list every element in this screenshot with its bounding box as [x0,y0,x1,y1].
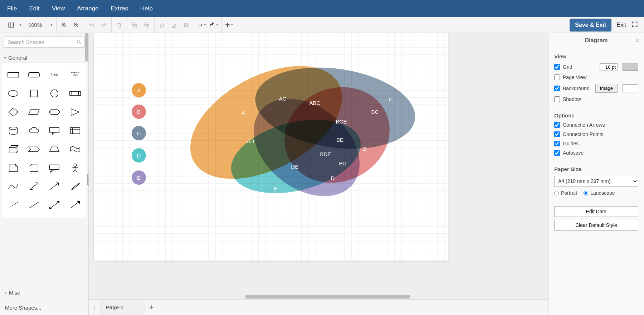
svg-marker-30 [49,110,60,114]
line-color-icon[interactable] [170,20,179,30]
autosave-checkbox[interactable] [554,150,560,156]
fill-icon[interactable] [157,20,167,30]
menu-view[interactable]: View [52,5,65,12]
to-back-icon[interactable] [142,20,151,30]
more-shapes-button[interactable]: More Shapes... [0,300,88,315]
shape-internal-storage[interactable] [65,121,86,140]
menu-arrange[interactable]: Arrange [77,5,98,12]
shape-curve[interactable] [3,177,24,196]
shape-dashed-line[interactable] [3,196,24,214]
shape-heading[interactable]: Heading━━━━━━━━━━━━━━━━━━ [65,66,86,84]
shape-card[interactable] [24,159,44,177]
shape-rect[interactable] [3,66,24,84]
shape-circle[interactable] [44,84,65,103]
connector-straight-icon[interactable]: ▼ [197,20,206,30]
legend-b[interactable]: B [132,105,146,119]
menu-help[interactable]: Help [140,5,153,12]
search-shapes-input[interactable] [4,37,85,48]
svg-marker-43 [30,164,38,172]
save-exit-button[interactable]: Save & Exit [570,19,611,32]
background-label: Background [563,86,590,91]
shape-bidir-arrow[interactable] [24,177,44,196]
shape-text[interactable]: Text [44,66,65,84]
redo-icon[interactable] [99,20,108,30]
shadow-icon[interactable] [182,20,191,30]
section-paper-title: Paper Size [554,166,638,172]
add-page-button[interactable]: + [145,300,157,315]
shape-rounded-rect[interactable] [24,66,44,84]
grid-checkbox[interactable] [554,64,560,70]
background-color-swatch[interactable] [623,84,638,92]
shape-bidir-line[interactable] [44,196,65,214]
connector-waypoint-icon[interactable]: ▼ [209,20,219,30]
shape-actor[interactable] [65,159,86,177]
shape-parallelogram[interactable] [24,103,44,121]
add-icon[interactable]: +▼ [225,20,234,30]
menu-extras[interactable]: Extras [111,5,128,12]
grid-label: Grid [563,64,572,70]
shape-tape[interactable] [65,140,86,159]
close-panel-icon[interactable]: ✕ [635,37,640,44]
shape-diamond[interactable] [3,103,24,121]
to-front-icon[interactable] [130,20,139,30]
background-checkbox[interactable] [554,86,560,91]
shape-cylinder[interactable] [3,121,24,140]
shape-cloud[interactable] [24,121,44,140]
zoom-level[interactable]: 100%▼ [28,22,53,28]
chevron-down-icon[interactable]: ▼ [19,23,22,27]
menu-edit[interactable]: Edit [29,5,39,12]
exit-button[interactable]: Exit [615,20,628,30]
panels-toggle-icon[interactable] [6,20,16,30]
horizontal-scrollbar[interactable] [89,294,548,299]
conn-arrows-checkbox[interactable] [554,122,560,128]
legend-d[interactable]: D [132,148,146,163]
canvas-page[interactable]: A B C D E A AC ABC C BC BCE AD BE [94,33,448,261]
shape-cube[interactable] [3,140,24,159]
conn-points-checkbox[interactable] [554,131,560,137]
pageview-checkbox[interactable] [554,74,560,80]
background-image-button[interactable]: Image [595,84,618,93]
shape-triangle[interactable] [65,103,86,121]
venn-label: BCE [336,118,347,125]
portrait-radio[interactable] [554,191,559,195]
paper-size-select[interactable]: A4 (210 mm x 297 mm) [554,176,638,186]
fullscreen-icon[interactable] [631,21,638,29]
shape-line[interactable] [24,196,44,214]
svg-rect-0 [9,23,14,27]
venn-label: BD [339,160,347,166]
undo-icon[interactable] [87,20,96,30]
shape-hexagon[interactable] [44,103,65,121]
tab-page1[interactable]: Page-1 [101,300,145,315]
edit-data-button[interactable]: Edit Data [554,206,638,217]
shape-step[interactable] [24,140,44,159]
shape-directional-line[interactable] [65,196,86,214]
legend-a[interactable]: A [132,83,146,97]
section-misc[interactable]: Misc [0,285,88,300]
shape-ellipse[interactable] [3,84,24,103]
sidebar-scrollbar[interactable] [85,33,88,62]
shape-trapezoid[interactable] [44,140,65,159]
shape-arrow[interactable] [44,177,65,196]
section-view-title: View [554,53,638,59]
shape-callout2[interactable] [44,159,65,177]
shape-square[interactable] [24,84,44,103]
landscape-radio[interactable] [584,191,588,195]
delete-icon[interactable] [114,20,124,30]
shape-process[interactable] [65,84,86,103]
menu-file[interactable]: File [7,5,17,12]
zoom-in-icon[interactable] [59,20,69,30]
shape-callout[interactable] [44,121,65,140]
section-general[interactable]: General [0,51,88,62]
shadow-checkbox[interactable] [554,96,560,102]
svg-marker-37 [9,147,16,153]
legend-e[interactable]: E [132,170,146,185]
guides-checkbox[interactable] [554,141,560,146]
clear-style-button[interactable]: Clear Default Style [554,220,638,231]
shape-note[interactable] [3,159,24,177]
grid-color-swatch[interactable] [623,63,638,71]
shape-double-line[interactable] [65,177,86,196]
tab-menu-icon[interactable]: ⋮ [89,300,101,315]
zoom-out-icon[interactable] [72,20,81,30]
legend-c[interactable]: C [132,126,146,140]
grid-size-input[interactable] [600,63,618,71]
